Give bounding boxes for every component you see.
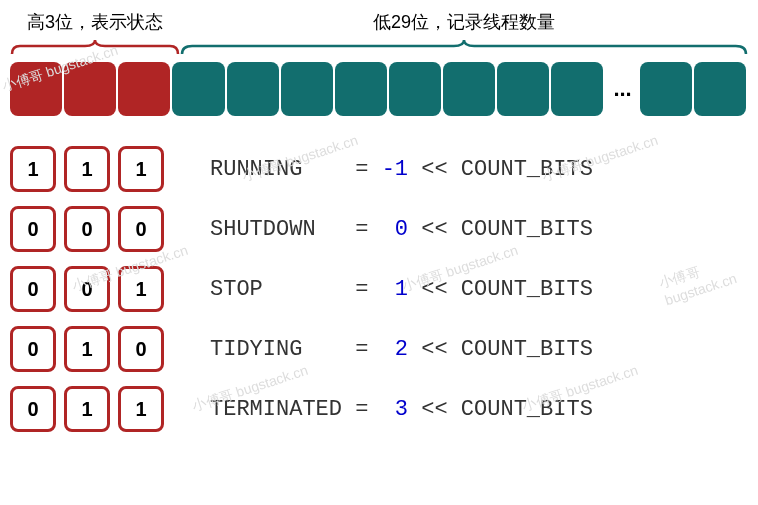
state-value: 0 — [395, 217, 408, 242]
state-shift: << COUNT_BITS — [408, 337, 593, 362]
state-bit: 1 — [64, 386, 110, 432]
state-pad — [316, 217, 342, 242]
state-pad — [302, 157, 342, 182]
state-value: 2 — [395, 337, 408, 362]
state-bits: 010 — [10, 326, 180, 372]
high-bit — [118, 62, 170, 116]
state-bit: 0 — [10, 266, 56, 312]
low-bit — [389, 62, 441, 116]
high-bit — [10, 62, 62, 116]
state-expression: STOP = 1 << COUNT_BITS — [210, 277, 593, 302]
state-bit: 0 — [118, 326, 164, 372]
low-bit — [443, 62, 495, 116]
low-bit — [335, 62, 387, 116]
brace-high-bits — [10, 38, 180, 56]
state-bits: 011 — [10, 386, 180, 432]
state-row: 111RUNNING = -1 << COUNT_BITS — [10, 146, 748, 192]
equals: = — [342, 157, 382, 182]
state-name: TERMINATED — [210, 397, 342, 422]
state-bits: 001 — [10, 266, 180, 312]
ellipsis: ... — [605, 76, 639, 102]
low-bit — [281, 62, 333, 116]
state-bits: 000 — [10, 206, 180, 252]
watermark: 小傅哥 bugstack.cn — [360, 452, 480, 456]
state-bit: 0 — [118, 206, 164, 252]
high-bit — [64, 62, 116, 116]
header-labels: 高3位，表示状态 低29位，记录线程数量 — [10, 10, 748, 34]
state-value: 1 — [395, 277, 408, 302]
state-expression: RUNNING = -1 << COUNT_BITS — [210, 157, 593, 182]
state-bit: 0 — [10, 206, 56, 252]
equals: = — [342, 337, 395, 362]
state-name: SHUTDOWN — [210, 217, 316, 242]
state-bit: 1 — [118, 386, 164, 432]
state-shift: << COUNT_BITS — [408, 397, 593, 422]
state-expression: SHUTDOWN = 0 << COUNT_BITS — [210, 217, 593, 242]
low-bit — [640, 62, 692, 116]
state-shift: << COUNT_BITS — [408, 277, 593, 302]
state-bit: 1 — [118, 146, 164, 192]
label-high-bits: 高3位，表示状态 — [10, 10, 180, 34]
low-bit — [497, 62, 549, 116]
state-pad — [302, 337, 342, 362]
state-bit: 1 — [118, 266, 164, 312]
equals: = — [342, 217, 395, 242]
low-bit — [551, 62, 603, 116]
state-expression: TIDYING = 2 << COUNT_BITS — [210, 337, 593, 362]
state-row: 000SHUTDOWN = 0 << COUNT_BITS — [10, 206, 748, 252]
low-bit — [694, 62, 746, 116]
equals: = — [342, 397, 395, 422]
state-bit: 0 — [10, 386, 56, 432]
brace-row — [10, 38, 748, 56]
state-pad — [263, 277, 342, 302]
state-value: 3 — [395, 397, 408, 422]
state-bit: 0 — [10, 326, 56, 372]
state-bit: 0 — [64, 206, 110, 252]
label-low-bits: 低29位，记录线程数量 — [180, 10, 748, 34]
low-bit — [172, 62, 224, 116]
state-bit: 1 — [64, 146, 110, 192]
state-value: -1 — [382, 157, 408, 182]
bits-bar: ... — [10, 62, 748, 116]
state-bits: 111 — [10, 146, 180, 192]
state-name: STOP — [210, 277, 263, 302]
state-name: RUNNING — [210, 157, 302, 182]
state-expression: TERMINATED = 3 << COUNT_BITS — [210, 397, 593, 422]
state-row: 010TIDYING = 2 << COUNT_BITS — [10, 326, 748, 372]
state-name: TIDYING — [210, 337, 302, 362]
state-bit: 1 — [64, 326, 110, 372]
watermark: 小傅哥 bugstack.cn — [630, 452, 750, 456]
low-bit — [227, 62, 279, 116]
state-row: 001STOP = 1 << COUNT_BITS — [10, 266, 748, 312]
state-shift: << COUNT_BITS — [408, 217, 593, 242]
brace-low-bits — [180, 38, 748, 56]
state-row: 011TERMINATED = 3 << COUNT_BITS — [10, 386, 748, 432]
watermark: 小傅哥 bugstack.cn — [40, 452, 160, 456]
state-bit: 1 — [10, 146, 56, 192]
equals: = — [342, 277, 395, 302]
state-shift: << COUNT_BITS — [408, 157, 593, 182]
state-bit: 0 — [64, 266, 110, 312]
